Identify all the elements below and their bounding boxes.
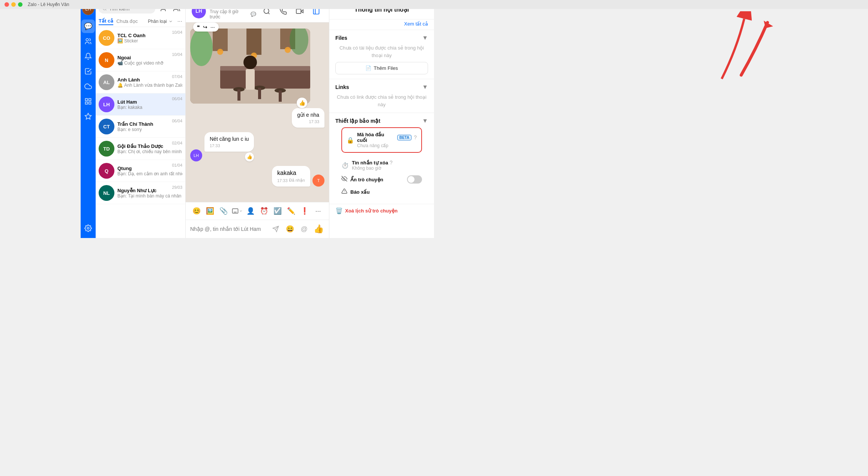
send-button[interactable]: 👍 (312, 223, 324, 235)
auto-delete-sub: Không bao giờ (352, 166, 392, 171)
svg-rect-38 (246, 69, 255, 90)
chat-time: 07/04 (172, 74, 182, 79)
chat-item-goi-dau-thao-duoc[interactable]: TD Gội Đầu Thảo Dược Bạn: Chị ơi, chiều … (96, 138, 185, 160)
snippets-nav-icon[interactable] (81, 95, 95, 108)
contacts-nav-icon[interactable] (81, 35, 95, 48)
chat-item-tcl-c-oanh[interactable]: CO TCL C Oanh 🖼️Sticker 10/04 (96, 27, 185, 49)
filter-more[interactable]: ··· (177, 18, 182, 25)
draw-button[interactable]: ✏️ (285, 205, 297, 217)
notifications-nav-icon[interactable] (81, 50, 95, 63)
image-button[interactable]: 🖼️ (204, 205, 216, 217)
hide-chat-item: Ẩn trò chuyện (341, 173, 422, 186)
add-files-button[interactable]: 📄 Thêm Files (335, 62, 428, 74)
svg-rect-23 (213, 29, 228, 51)
chat-time: 10/04 (172, 52, 182, 57)
chat-item-ngoai[interactable]: N Ngoai 📹Cuộc gọi video nhỡ 10/04 (96, 49, 185, 71)
chat-item-tran-chi-thanh[interactable]: CT Trần Chí Thành Bạn: e sorry 06/04 (96, 116, 185, 138)
minimize-button[interactable] (11, 2, 16, 7)
svg-rect-24 (246, 29, 261, 55)
reminder-button[interactable]: ⏰ (258, 205, 270, 217)
close-button[interactable] (5, 2, 9, 7)
report-item[interactable]: Báo xấu (341, 186, 422, 198)
favorites-nav-icon[interactable] (81, 110, 95, 123)
attach-button[interactable]: 📎 (217, 205, 230, 217)
right-panel: Thông tin hội thoại Xem tất cả Files ▼ C… (329, 0, 434, 238)
message-input[interactable] (190, 226, 267, 232)
like-button[interactable]: 👍 (297, 98, 307, 108)
chat-main: LH Lút Ham Truy cập 8 giờ trước 💬 (186, 0, 329, 238)
chat-time: 29/03 (172, 185, 182, 190)
cloud-nav-icon[interactable] (81, 80, 95, 93)
chat-item-qtung[interactable]: Q Qtung Bạn: Dạ, em cảm ơn anh rất nhiều… (96, 160, 185, 182)
notify-button[interactable]: ❗ (298, 205, 311, 217)
more-toolbar[interactable]: ··· (312, 205, 324, 217)
files-collapse[interactable]: ▼ (422, 35, 428, 41)
svg-point-39 (190, 29, 213, 66)
filter-all[interactable]: Tất cả (99, 17, 113, 25)
sticker-button[interactable]: 😄 (284, 223, 296, 235)
chat-avatar: CO (99, 30, 114, 46)
chat-preview: Bạn: Tại mình bán máy cá nhân ... (117, 193, 182, 199)
forward-action[interactable]: ↪ (203, 24, 207, 30)
message-time: 17:33 (210, 143, 249, 148)
chat-preview: 🔔Anh Lành vừa thành bạn Zalo (117, 83, 182, 88)
at-button[interactable]: @ (298, 223, 310, 235)
sender-avatar: LH (190, 149, 202, 161)
svg-rect-34 (258, 88, 261, 99)
chat-item-lut-ham[interactable]: LH Lút Ham Bạn: kakaka 06/04 (96, 93, 185, 116)
chat-avatar: NL (99, 185, 114, 201)
help-icon[interactable]: ? (414, 134, 417, 140)
filter-classify[interactable]: Phân loại (148, 19, 173, 24)
hide-chat-toggle[interactable] (407, 175, 422, 184)
chat-messages: ❝ ↪ ··· 👍 gửi e nha 17:33 LH Nét (186, 23, 329, 202)
more-action[interactable]: ··· (210, 24, 215, 30)
svg-point-28 (285, 47, 291, 53)
svg-rect-2 (89, 99, 91, 101)
message-meta: 17:33 Đã nhận (277, 178, 305, 183)
links-collapse[interactable]: ▼ (422, 84, 428, 90)
chat-preview: 📹Cuộc gọi video nhỡ (117, 60, 182, 66)
chat-preview: 🖼️Sticker (117, 38, 182, 44)
delete-history-button[interactable]: 🗑️ Xoá lịch sử trò chuyện (329, 204, 434, 217)
like-button-2[interactable]: 👍 (245, 152, 254, 161)
quick-send-button[interactable] (270, 223, 282, 235)
contact-button[interactable]: 👤 (244, 205, 257, 217)
message-text-2: kakaka (277, 170, 305, 176)
chat-list-panel: Tất cả Chưa đọc Phân loại ··· CO TCL C O… (96, 0, 186, 238)
settings-nav-icon[interactable] (81, 221, 95, 235)
checkin-button[interactable]: ☑️ (271, 205, 284, 217)
svg-line-16 (268, 12, 270, 14)
security-title: Thiết lập bảo mật (335, 118, 380, 124)
help-icon-2[interactable]: ? (390, 160, 393, 166)
maximize-button[interactable] (18, 2, 23, 7)
message-time: 17:33 (297, 119, 319, 124)
own-avatar: T (312, 175, 324, 187)
chat-input-row: 😄 @ 👍 (186, 220, 329, 238)
message-bubble: Nét căng lun c iu 17:33 (204, 132, 254, 152)
emoji-button[interactable]: 😊 (190, 205, 203, 217)
links-empty: Chưa có link được chia sẻ trong hội thoạ… (335, 93, 428, 108)
delete-label: Xoá lịch sử trò chuyện (345, 208, 398, 214)
svg-rect-1 (86, 99, 88, 101)
files-empty: Chưa có tài liệu được chia sẻ trong hội … (335, 44, 428, 59)
chat-item-anh-lanh[interactable]: AL Anh Lành 🔔Anh Lành vừa thành bạn Zalo… (96, 71, 185, 93)
keyboard-button[interactable] (231, 205, 243, 217)
view-all-link[interactable]: Xem tất cả (335, 21, 428, 28)
cafe-image (190, 29, 310, 104)
filter-unread[interactable]: Chưa đọc (116, 18, 138, 24)
chat-item-nguyen-nhu-luc[interactable]: NL Nguyễn Như Lực Bạn: Tại mình bán máy … (96, 182, 185, 204)
chat-list: CO TCL C Oanh 🖼️Sticker 10/04 N Ngoai 📹C… (96, 27, 185, 238)
chat-avatar: TD (99, 141, 114, 157)
filter-bar: Tất cả Chưa đọc Phân loại ··· (96, 16, 185, 27)
timer-icon: ⏱️ (341, 162, 349, 169)
encryption-sub: Chưa nâng cấp (357, 143, 417, 148)
window-title: Zalo - Lê Huyền Vân (28, 2, 69, 7)
security-collapse[interactable]: ▼ (422, 117, 428, 124)
message-actions: ❝ ↪ ··· (193, 23, 219, 32)
chat-nav-icon[interactable]: 💬 (81, 20, 95, 33)
tasks-nav-icon[interactable] (81, 65, 95, 78)
chat-toolbar: 😊 🖼️ 📎 👤 ⏰ ☑️ ✏️ ❗ ··· (186, 202, 329, 220)
quote-action[interactable]: ❝ (197, 24, 200, 30)
chat-input-actions: 😄 @ 👍 (270, 223, 324, 235)
encryption-item[interactable]: 🔒 Mã hóa đầu cuối BETA ? Chưa nâng cấp (341, 127, 422, 153)
